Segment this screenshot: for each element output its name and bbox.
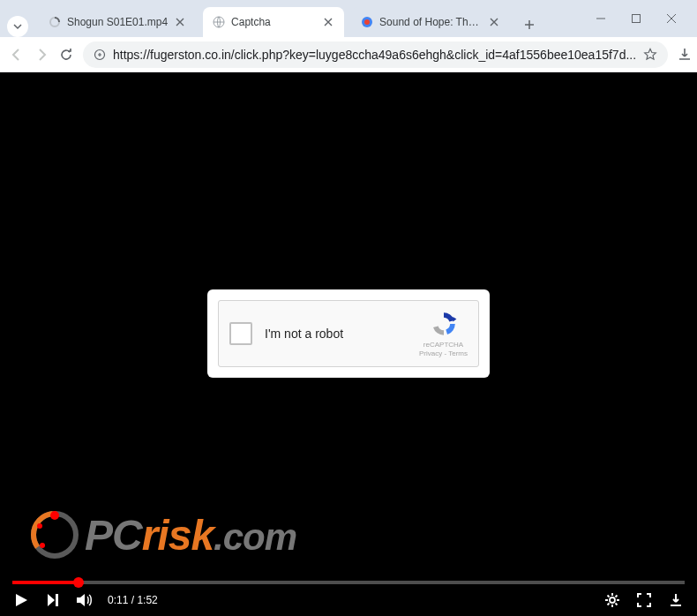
svg-point-14 [37, 523, 42, 529]
svg-marker-19 [77, 594, 85, 606]
recaptcha-logo: reCAPTCHA Privacy - Terms [419, 310, 468, 357]
site-icon [360, 15, 374, 29]
tab-strip: Shogun S01E01.mp4 Captcha Sound of Hope:… [7, 0, 582, 37]
svg-marker-17 [48, 594, 55, 606]
tab-search-button[interactable] [7, 16, 28, 37]
fullscreen-icon [636, 592, 652, 608]
download-icon [677, 47, 693, 63]
svg-marker-10 [453, 317, 456, 322]
plus-icon [523, 19, 536, 31]
downloads-button[interactable] [677, 42, 693, 67]
reload-icon [58, 47, 74, 63]
back-button[interactable] [9, 42, 25, 67]
gear-icon [604, 592, 620, 608]
watermark-text: PCrisk.com [85, 511, 296, 560]
next-icon [45, 592, 61, 608]
tab-sound-of-hope[interactable]: Sound of Hope: The Story o [351, 7, 510, 37]
forward-button[interactable] [34, 42, 49, 67]
minimize-button[interactable] [589, 7, 612, 30]
url-text: https://fugerston.co.in/click.php?key=lu… [113, 48, 636, 62]
svg-point-15 [40, 543, 45, 548]
arrow-left-icon [9, 47, 25, 63]
page-content: I'm not a robot reCAPTCHA Privacy - Term… [0, 72, 697, 616]
bookmark-button[interactable] [643, 48, 657, 62]
pcrisk-logo-icon [26, 507, 83, 563]
volume-icon [76, 592, 94, 608]
svg-rect-4 [633, 15, 641, 23]
watermark-com: .com [214, 516, 296, 559]
close-icon[interactable] [487, 15, 501, 29]
loading-icon [48, 15, 62, 29]
tab-shogun[interactable]: Shogun S01E01.mp4 [39, 7, 196, 37]
svg-rect-18 [56, 594, 58, 606]
video-duration: 1:52 [137, 594, 157, 606]
svg-point-3 [364, 19, 370, 25]
address-bar[interactable]: https://fugerston.co.in/click.php?key=lu… [83, 41, 668, 68]
arrow-right-icon [34, 47, 49, 63]
fullscreen-button[interactable] [635, 591, 653, 609]
reload-button[interactable] [58, 42, 74, 67]
star-icon [643, 48, 657, 62]
site-info-icon[interactable] [94, 49, 106, 61]
globe-icon [212, 15, 226, 29]
tab-title: Captcha [231, 16, 316, 28]
window-controls [582, 7, 690, 30]
captcha-card: I'm not a robot reCAPTCHA Privacy - Term… [207, 289, 490, 378]
play-icon [13, 592, 29, 608]
recaptcha-legal[interactable]: Privacy - Terms [419, 349, 468, 357]
recaptcha-label: I'm not a robot [265, 327, 419, 341]
recaptcha-brand: reCAPTCHA [423, 341, 463, 349]
close-window-button[interactable] [660, 7, 683, 30]
svg-marker-16 [16, 594, 27, 606]
maximize-button[interactable] [625, 7, 648, 30]
recaptcha-icon [430, 310, 458, 338]
watermark-pc: PC [85, 511, 142, 560]
browser-toolbar: https://fugerston.co.in/click.php?key=lu… [0, 37, 697, 72]
browser-titlebar: Shogun S01E01.mp4 Captcha Sound of Hope:… [0, 0, 697, 37]
recaptcha-checkbox[interactable] [229, 322, 252, 345]
video-controls: 0:11 / 1:52 [0, 584, 697, 616]
watermark-risk: risk [142, 511, 214, 560]
next-button[interactable] [44, 591, 62, 609]
video-time: 0:11 / 1:52 [108, 594, 158, 606]
tab-title: Sound of Hope: The Story o [379, 16, 482, 28]
recaptcha-widget: I'm not a robot reCAPTCHA Privacy - Term… [218, 300, 479, 367]
svg-point-13 [50, 511, 59, 520]
video-time-sep: / [128, 594, 137, 606]
chevron-down-icon [12, 21, 23, 32]
svg-point-20 [610, 597, 615, 603]
tab-captcha[interactable]: Captcha [203, 7, 344, 37]
download-icon [668, 592, 684, 608]
settings-button[interactable] [603, 591, 621, 609]
play-button[interactable] [12, 591, 30, 609]
volume-button[interactable] [76, 591, 94, 609]
download-video-button[interactable] [667, 591, 685, 609]
tab-title: Shogun S01E01.mp4 [67, 16, 168, 28]
close-icon[interactable] [173, 15, 187, 29]
video-elapsed: 0:11 [108, 594, 128, 606]
watermark: PCrisk.com [26, 507, 296, 563]
new-tab-button[interactable] [517, 12, 542, 37]
close-icon[interactable] [321, 15, 335, 29]
